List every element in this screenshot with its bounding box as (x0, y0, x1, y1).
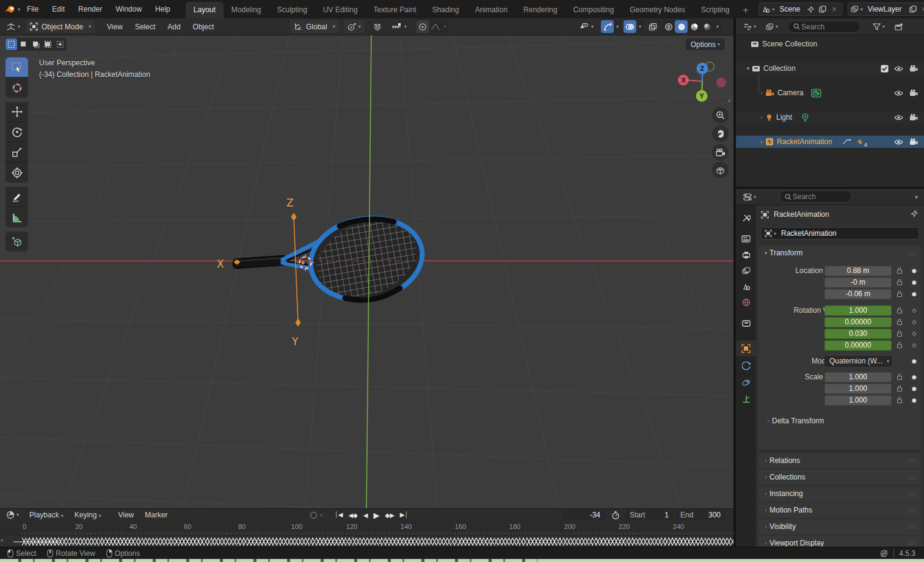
tab-output-icon[interactable] (736, 247, 756, 263)
hide-eye-icon[interactable] (894, 114, 903, 121)
tool-measure[interactable] (5, 207, 28, 227)
tab-object-data-icon[interactable] (736, 391, 756, 407)
frame-end-field[interactable]: End300 (675, 509, 726, 520)
outliner-row-light[interactable]: › Light (736, 111, 924, 123)
lock-icon[interactable] (897, 267, 903, 274)
tab-layout[interactable]: Layout (186, 2, 224, 18)
tab-uv-editing[interactable]: UV Editing (315, 2, 366, 18)
outliner-search[interactable] (788, 21, 860, 33)
lock-icon[interactable] (897, 307, 903, 314)
shading-material-icon[interactable] (688, 20, 700, 33)
outliner-search-input[interactable] (800, 22, 855, 32)
shading-wireframe-icon[interactable] (662, 20, 675, 33)
tool-cursor[interactable] (5, 78, 28, 98)
menu-timeline-view[interactable]: View (112, 511, 139, 519)
hide-eye-icon[interactable] (894, 65, 903, 72)
disable-render-camera-icon[interactable] (909, 65, 918, 72)
current-frame-field[interactable]: -34 (562, 509, 605, 520)
tab-collection-icon[interactable] (736, 315, 756, 331)
outliner-row-racket-animation[interactable]: › RacketAnimation 4 (736, 136, 924, 148)
tool-transform[interactable] (5, 162, 28, 183)
lock-icon[interactable] (897, 279, 903, 286)
timeline-keyframe-band[interactable]: ‹ (0, 535, 733, 547)
tab-world-icon[interactable] (736, 294, 756, 310)
properties-options-dropdown[interactable]: ▾ (915, 194, 918, 200)
mode-dropdown[interactable]: Object Mode ▾ (26, 20, 95, 33)
object-name-field[interactable]: ▾ RacketAnimation (761, 227, 919, 239)
tool-move[interactable] (5, 102, 28, 122)
panel-grip-icon[interactable]: ∷∷ (908, 540, 917, 547)
sidebar-collapse-arrow[interactable]: ‹ (728, 97, 730, 104)
tab-modeling[interactable]: Modeling (224, 2, 269, 18)
select-circle-icon[interactable] (30, 38, 42, 50)
animate-dot-icon[interactable]: ● (910, 268, 919, 274)
panel-grip-icon[interactable]: ∷∷ (908, 491, 917, 497)
toggle-orthographic-button[interactable] (712, 162, 729, 178)
expand-chevron-icon[interactable]: › (758, 114, 765, 120)
select-lasso-icon[interactable] (42, 38, 54, 50)
tool-scale[interactable] (5, 142, 28, 162)
overlays-toggle-icon[interactable] (624, 20, 636, 33)
tab-sculpting[interactable]: Sculpting (269, 2, 315, 18)
keyframe-diamonds[interactable] (22, 538, 733, 546)
menu-marker[interactable]: Marker (139, 511, 173, 519)
transform-panel-header[interactable]: ▾ Transform ∷∷ (758, 246, 922, 260)
properties-search[interactable] (779, 191, 852, 203)
pin-icon[interactable] (805, 6, 817, 13)
auto-keying-toggle-icon[interactable] (309, 511, 318, 520)
tool-add-cube[interactable] (5, 232, 28, 252)
tab-constraints-icon[interactable] (736, 374, 756, 390)
scale-z-field[interactable]: 1.000 (824, 395, 892, 406)
properties-search-input[interactable] (791, 192, 846, 202)
menu-file[interactable]: File (20, 5, 45, 13)
collection-exclude-checkbox[interactable] (881, 65, 889, 73)
gizmos-toggle-icon[interactable] (601, 20, 614, 33)
lock-icon[interactable] (897, 373, 903, 381)
tool-annotate[interactable] (5, 187, 28, 207)
snap-with-dropdown[interactable]: ▾ (388, 20, 410, 33)
expand-chevron-icon[interactable]: › (758, 90, 765, 96)
lock-icon[interactable] (897, 396, 903, 404)
animation-action-icon[interactable] (842, 138, 852, 145)
lock-icon[interactable] (897, 290, 903, 297)
panel-grip-icon[interactable]: ∷∷ (908, 474, 917, 481)
add-workspace-button[interactable]: + (738, 2, 754, 18)
unlink-scene-icon[interactable]: ✕ (829, 5, 839, 13)
rotation-y-field[interactable]: 0.030 (824, 329, 892, 339)
editor-type-outliner-icon[interactable]: ▾ (740, 20, 760, 33)
tab-animation[interactable]: Animation (467, 2, 515, 18)
expand-chevron-icon[interactable]: ▾ (744, 65, 752, 71)
animate-dot-icon[interactable]: ● (910, 374, 919, 380)
camera-data-badge-icon[interactable] (811, 89, 821, 98)
panel-relations[interactable]: ›Relations∷∷ (758, 453, 922, 469)
outliner-row-scene-collection[interactable]: Scene Collection (736, 38, 924, 50)
editor-type-properties-icon[interactable]: ▾ (740, 191, 760, 203)
panel-motion-paths[interactable]: ›Motion Paths∷∷ (758, 503, 922, 518)
tab-scripting[interactable]: Scripting (693, 2, 738, 18)
keyframe-diamond-icon[interactable]: ◇ (910, 342, 919, 348)
pan-view-button[interactable] (712, 125, 729, 142)
rotation-mode-dropdown[interactable]: Quaternion (W...▾ (824, 356, 892, 367)
jump-to-end-button[interactable]: ▶⏐ (398, 511, 410, 519)
viewport-3d[interactable]: Z X Y User Perspective (-34) Collection … (0, 35, 733, 508)
shading-solid-icon[interactable] (675, 20, 688, 33)
menu-keying[interactable]: Keying▾ (69, 511, 107, 519)
editor-divider-vertical[interactable] (733, 18, 736, 547)
menu-render[interactable]: Render (71, 5, 109, 13)
scene-name[interactable]: Scene (774, 5, 805, 13)
snap-toggle-magnet-icon[interactable] (369, 20, 385, 33)
lock-icon[interactable] (897, 385, 903, 392)
menu-edit[interactable]: Edit (45, 5, 71, 13)
shading-rendered-icon[interactable] (700, 20, 713, 33)
location-y-field[interactable]: -0 m (824, 277, 892, 288)
location-z-field[interactable]: -0.06 m (824, 289, 892, 299)
delta-transform-subpanel[interactable]: › Delta Transform (758, 415, 922, 426)
scale-x-field[interactable]: 1.000 (824, 372, 892, 382)
view-layer-name[interactable]: ViewLayer (863, 5, 907, 13)
pivot-point-dropdown[interactable]: ▾ (344, 20, 365, 33)
tab-object-icon[interactable] (736, 340, 756, 356)
rotation-x-field[interactable]: 0.00000 (824, 317, 892, 327)
frame-start-field[interactable]: Start1 (625, 509, 674, 520)
gizmo-minus-x-ball[interactable] (716, 78, 726, 87)
transform-orientation-dropdown[interactable]: Global ▾ (290, 20, 339, 33)
